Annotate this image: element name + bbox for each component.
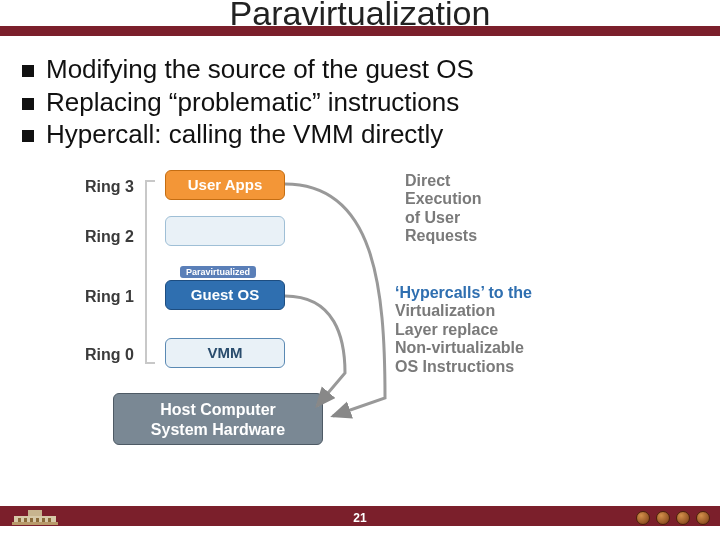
footer-dot-icon [676, 511, 690, 525]
bullet-list: Modifying the source of the guest OS Rep… [22, 52, 682, 152]
hypercalls-note: ‘Hypercalls’ to the Virtualization Layer… [395, 284, 532, 376]
hypercalls-word: ‘Hypercalls’ to the [395, 284, 532, 301]
ring1-label: Ring 1 [85, 288, 134, 306]
note-line: ‘Hypercalls’ to the [395, 284, 532, 302]
guest-os-box: Guest OS [165, 280, 285, 310]
bullet-marker [22, 98, 34, 110]
bullet-item: Modifying the source of the guest OS [22, 54, 682, 85]
bullet-item: Replacing “problematic” instructions [22, 87, 682, 118]
bullet-text: Modifying the source of the guest OS [46, 54, 474, 85]
bullet-text: Replacing “problematic” instructions [46, 87, 459, 118]
paravirt-diagram: Ring 3 Ring 2 Ring 1 Ring 0 User Apps Pa… [85, 168, 645, 478]
ring3-label: Ring 3 [85, 178, 134, 196]
footer-dot-icon [636, 511, 650, 525]
footer-dot-icon [696, 511, 710, 525]
bullet-marker [22, 130, 34, 142]
host-hardware-box: Host Computer System Hardware [113, 393, 323, 445]
footer-dot-icon [656, 511, 670, 525]
slide: Paravirtualization Modifying the source … [0, 0, 720, 540]
note-line: Direct [405, 172, 481, 190]
note-line: Non-virtualizable [395, 339, 532, 357]
bullet-text: Hypercall: calling the VMM directly [46, 119, 443, 150]
hw-line1: Host Computer [114, 400, 322, 420]
hw-line2: System Hardware [114, 420, 322, 440]
note-line: Execution [405, 190, 481, 208]
ring-bracket [145, 180, 155, 364]
ring2-empty-box [165, 216, 285, 246]
user-apps-box: User Apps [165, 170, 285, 200]
note-line: OS Instructions [395, 358, 532, 376]
direct-execution-note: Direct Execution of User Requests [405, 172, 481, 246]
note-line: Virtualization [395, 302, 532, 320]
ring2-label: Ring 2 [85, 228, 134, 246]
note-line: of User [405, 209, 481, 227]
bullet-marker [22, 65, 34, 77]
bullet-item: Hypercall: calling the VMM directly [22, 119, 682, 150]
footer-icon-group [636, 511, 710, 525]
note-line: Layer replace [395, 321, 532, 339]
note-line: Requests [405, 227, 481, 245]
slide-title: Paravirtualization [0, 0, 720, 33]
page-number: 21 [0, 511, 720, 525]
vmm-box: VMM [165, 338, 285, 368]
ring0-label: Ring 0 [85, 346, 134, 364]
paravirtualized-tag: Paravirtualized [180, 266, 256, 278]
